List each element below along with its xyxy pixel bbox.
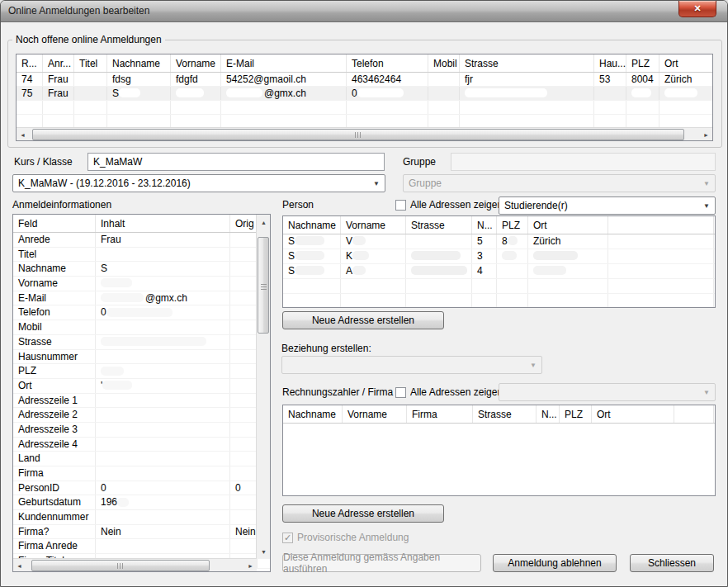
title-bar[interactable]: Online Anmeldungen bearbeiten ✕ xyxy=(1,1,727,22)
scrollbar-thumb[interactable] xyxy=(31,560,210,571)
scroll-right-icon[interactable]: ► xyxy=(700,129,712,140)
payer-combo: ▼ xyxy=(499,383,716,401)
column-header[interactable]: Vorname xyxy=(341,216,406,234)
column-header[interactable] xyxy=(674,405,714,423)
column-header[interactable]: Vorname xyxy=(171,54,221,72)
column-header[interactable]: Strasse xyxy=(473,405,537,423)
table-row[interactable]: Adresszeile 1 xyxy=(13,394,270,409)
table-row[interactable]: Telefon0 xyxy=(13,305,270,320)
scroll-right-icon[interactable]: ► xyxy=(244,560,257,571)
column-header[interactable]: Vorname xyxy=(343,405,407,423)
person-table[interactable]: NachnameVornameStrasseN...PLZOrtSV58Züri… xyxy=(282,215,716,308)
person-type-combo[interactable]: Studierende(r) ▼ xyxy=(499,196,716,215)
payer-new-address-button[interactable]: Neue Adresse erstellen xyxy=(282,504,444,523)
column-header[interactable]: Nachname xyxy=(283,216,341,234)
table-row[interactable]: Hausnummer xyxy=(13,350,270,365)
table-row[interactable]: NachnameS xyxy=(13,262,270,277)
table-row[interactable]: Titel xyxy=(13,248,270,263)
table-row[interactable]: Ort' xyxy=(13,379,270,394)
scroll-left-icon[interactable]: ◄ xyxy=(17,129,29,140)
column-header[interactable]: Telefon xyxy=(347,54,428,72)
registration-info-table[interactable]: ▲ ▼ ◄ ► FeldInhaltOrigAnredeFrauTitelNac… xyxy=(12,214,271,572)
column-header[interactable]: Ort xyxy=(659,54,713,72)
table-row[interactable]: Kundennummer xyxy=(13,510,270,525)
column-header[interactable]: Orig xyxy=(230,215,258,232)
table-row[interactable]: PersonID00 xyxy=(13,481,270,496)
table-row[interactable]: Vorname xyxy=(13,277,270,291)
table-row[interactable]: Strasse xyxy=(13,335,270,350)
table-row[interactable]: Firma xyxy=(13,466,270,481)
chevron-down-icon: ▼ xyxy=(373,180,380,187)
person-new-address-button[interactable]: Neue Adresse erstellen xyxy=(282,311,444,329)
scroll-up-icon[interactable]: ▲ xyxy=(258,216,270,229)
payer-label: Rechnungszahler / Firma xyxy=(282,386,393,398)
close-button[interactable]: ✕ xyxy=(678,1,716,17)
close-dialog-button[interactable]: Schliessen xyxy=(630,554,714,572)
column-header[interactable]: E-Mail xyxy=(221,54,347,72)
person-show-all-checkbox[interactable] xyxy=(395,200,406,211)
table-row[interactable]: Firma?NeinNein xyxy=(13,525,270,540)
table-row[interactable]: Geburtsdatum196 xyxy=(13,495,270,510)
table-row[interactable]: Firma Anrede xyxy=(13,539,270,554)
redaction-blob xyxy=(295,251,324,260)
table-row[interactable]: 74Fraufdsgfdgfd54252@gmaoil.ch463462464f… xyxy=(17,73,712,87)
payer-show-all-checkbox[interactable] xyxy=(395,387,406,398)
column-header[interactable]: Strasse xyxy=(460,54,594,72)
column-header[interactable]: Nachname xyxy=(107,54,171,72)
column-header[interactable]: PLZ xyxy=(560,405,592,423)
scroll-left-icon[interactable]: ◄ xyxy=(13,560,26,571)
redaction-blob xyxy=(411,266,467,275)
course-combo[interactable]: K_MaMaW - (19.12.2016 - 23.12.2016) ▼ xyxy=(12,174,385,192)
table-row[interactable]: SK3 xyxy=(283,249,715,264)
redaction-blob xyxy=(411,251,461,260)
reject-registration-button[interactable]: Anmeldung ablehnen xyxy=(493,554,617,572)
scrollbar-thumb[interactable] xyxy=(32,129,684,140)
table-row[interactable]: PLZ xyxy=(13,364,270,379)
table-row[interactable]: SV58Zürich xyxy=(283,234,715,249)
info-table-hscrollbar[interactable]: ◄ ► xyxy=(13,558,257,571)
payer-table[interactable]: NachnameVornameFirmaStrasseN...PLZOrt xyxy=(282,405,716,496)
table-row[interactable] xyxy=(283,294,715,308)
column-header[interactable]: Feld xyxy=(13,215,96,232)
payer-show-all-label[interactable]: Alle Adressen zeigen xyxy=(410,386,503,398)
table-row[interactable] xyxy=(17,101,712,115)
column-header[interactable]: R... xyxy=(17,54,43,72)
column-header[interactable] xyxy=(608,216,714,234)
column-header[interactable]: PLZ xyxy=(497,216,528,234)
redaction-blob xyxy=(357,88,404,97)
column-header[interactable]: PLZ xyxy=(626,54,659,72)
info-table-vscrollbar[interactable]: ▲ ▼ xyxy=(256,215,270,559)
column-header[interactable]: N... xyxy=(537,405,560,423)
table-row[interactable]: E-Mail@gmx.ch xyxy=(13,291,270,306)
scroll-down-icon[interactable]: ▼ xyxy=(258,546,270,558)
person-show-all-label[interactable]: Alle Adressen zeigen xyxy=(410,199,503,211)
column-header[interactable]: Hau... xyxy=(594,54,626,72)
column-header[interactable]: Inhalt xyxy=(96,215,230,232)
table-row[interactable]: Land xyxy=(13,452,270,466)
course-input[interactable] xyxy=(87,153,385,171)
column-header[interactable]: N... xyxy=(472,216,497,234)
scrollbar-grip xyxy=(261,282,267,290)
column-header[interactable]: Ort xyxy=(528,216,608,234)
column-header[interactable]: Mobil xyxy=(428,54,460,72)
chevron-down-icon: ▼ xyxy=(703,389,710,396)
open-registrations-table[interactable]: ◄ ► R...Anr...TitelNachnameVornameE-Mail… xyxy=(16,54,713,141)
table-row[interactable]: SA4 xyxy=(283,264,715,279)
group-combo-value: Gruppe xyxy=(409,178,442,189)
table-row[interactable]: 75FrauS@gmx.ch0 xyxy=(17,87,712,101)
column-header[interactable]: Anr... xyxy=(43,54,74,72)
column-header[interactable]: Firma xyxy=(407,405,473,423)
column-header[interactable]: Ort xyxy=(592,405,674,423)
table-row[interactable]: Mobil xyxy=(13,320,270,335)
table-row[interactable] xyxy=(283,279,715,294)
table-row[interactable]: Adresszeile 4 xyxy=(13,438,270,452)
column-header[interactable]: Titel xyxy=(74,54,107,72)
column-header[interactable]: Nachname xyxy=(283,405,343,423)
table-row[interactable]: Adresszeile 2 xyxy=(13,408,270,423)
table-row[interactable]: AnredeFrau xyxy=(13,233,270,248)
open-table-hscrollbar[interactable]: ◄ ► xyxy=(17,127,712,140)
scrollbar-thumb[interactable] xyxy=(258,237,269,334)
person-label: Person xyxy=(282,199,314,211)
column-header[interactable]: Strasse xyxy=(406,216,472,234)
table-row[interactable]: Adresszeile 3 xyxy=(13,423,270,438)
